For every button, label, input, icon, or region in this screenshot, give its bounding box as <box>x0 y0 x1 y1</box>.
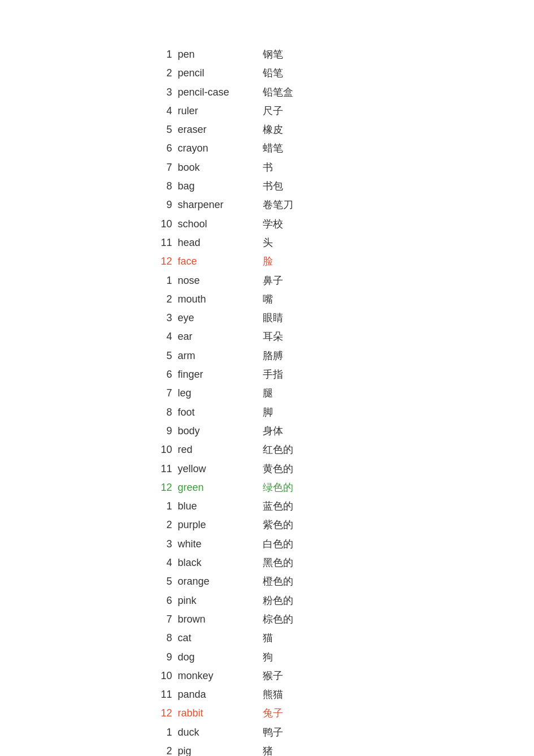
item-english: mouth <box>172 290 263 309</box>
list-item: 7book书 <box>154 158 380 177</box>
item-number: 2 <box>154 516 172 534</box>
item-english: purple <box>172 516 263 534</box>
item-number: 10 <box>154 215 172 234</box>
list-item: 12rabbit兔子 <box>154 704 380 723</box>
list-item: 2pencil铅笔 <box>154 64 380 83</box>
item-number: 1 <box>154 497 172 516</box>
item-english: pink <box>172 591 263 610</box>
item-chinese: 手指 <box>263 365 283 384</box>
item-chinese: 粉色的 <box>263 591 293 610</box>
item-english: yellow <box>172 460 263 478</box>
list-item: 9dog狗 <box>154 648 380 667</box>
list-item: 5eraser橡皮 <box>154 120 380 139</box>
list-item: 9sharpener卷笔刀 <box>154 196 380 214</box>
item-chinese: 熊猫 <box>263 685 283 704</box>
item-chinese: 蓝色的 <box>263 497 293 516</box>
list-item: 11head头 <box>154 234 380 252</box>
list-item: 9body身体 <box>154 422 380 440</box>
item-number: 2 <box>154 742 172 756</box>
item-chinese: 蜡笔 <box>263 139 283 158</box>
item-number: 8 <box>154 403 172 422</box>
item-english: head <box>172 234 263 252</box>
page: 1pen钢笔2pencil铅笔3pencil-case铅笔盒4ruler尺子5e… <box>0 0 534 756</box>
item-english: green <box>172 478 263 497</box>
item-english: pen <box>172 45 263 64</box>
item-english: eraser <box>172 120 263 139</box>
item-number: 12 <box>154 252 172 271</box>
item-number: 5 <box>154 120 172 139</box>
item-chinese: 鼻子 <box>263 271 283 290</box>
item-number: 3 <box>154 309 172 327</box>
list-item: 12face脸 <box>154 252 380 271</box>
list-item: 1nose鼻子 <box>154 271 380 290</box>
item-number: 1 <box>154 723 172 742</box>
item-english: rabbit <box>172 704 263 723</box>
item-number: 7 <box>154 158 172 177</box>
item-chinese: 尺子 <box>263 102 283 120</box>
item-english: eye <box>172 309 263 327</box>
list-item: 2mouth嘴 <box>154 290 380 309</box>
item-number: 12 <box>154 704 172 723</box>
vocab-list: 1pen钢笔2pencil铅笔3pencil-case铅笔盒4ruler尺子5e… <box>154 45 380 756</box>
item-chinese: 橡皮 <box>263 120 283 139</box>
item-number: 9 <box>154 422 172 440</box>
item-chinese: 书 <box>263 158 273 177</box>
list-item: 1pen钢笔 <box>154 45 380 64</box>
item-number: 5 <box>154 572 172 591</box>
list-item: 2purple紫色的 <box>154 516 380 534</box>
list-item: 3white白色的 <box>154 535 380 554</box>
item-chinese: 铅笔 <box>263 64 283 83</box>
item-chinese: 绿色的 <box>263 478 293 497</box>
list-item: 10school学校 <box>154 215 380 234</box>
list-item: 1blue蓝色的 <box>154 497 380 516</box>
item-english: sharpener <box>172 196 263 214</box>
item-english: duck <box>172 723 263 742</box>
item-chinese: 腿 <box>263 384 273 403</box>
item-number: 6 <box>154 365 172 384</box>
item-number: 3 <box>154 535 172 554</box>
item-number: 12 <box>154 478 172 497</box>
item-number: 2 <box>154 290 172 309</box>
item-chinese: 眼睛 <box>263 309 283 327</box>
item-english: book <box>172 158 263 177</box>
item-english: face <box>172 252 263 271</box>
item-english: finger <box>172 365 263 384</box>
item-english: blue <box>172 497 263 516</box>
item-english: arm <box>172 347 263 365</box>
item-number: 11 <box>154 234 172 252</box>
list-item: 6pink粉色的 <box>154 591 380 610</box>
item-chinese: 棕色的 <box>263 610 293 629</box>
list-item: 5orange橙色的 <box>154 572 380 591</box>
item-number: 5 <box>154 347 172 365</box>
item-number: 1 <box>154 271 172 290</box>
item-english: crayon <box>172 139 263 158</box>
item-english: white <box>172 535 263 554</box>
item-number: 10 <box>154 440 172 459</box>
item-chinese: 白色的 <box>263 535 293 554</box>
list-item: 2pig猪 <box>154 742 380 756</box>
item-number: 6 <box>154 591 172 610</box>
item-english: ruler <box>172 102 263 120</box>
item-chinese: 红色的 <box>263 440 293 459</box>
item-number: 7 <box>154 384 172 403</box>
list-item: 4ruler尺子 <box>154 102 380 120</box>
item-number: 6 <box>154 139 172 158</box>
item-english: ear <box>172 327 263 346</box>
item-chinese: 卷笔刀 <box>263 196 293 214</box>
item-chinese: 紫色的 <box>263 516 293 534</box>
item-english: leg <box>172 384 263 403</box>
item-chinese: 橙色的 <box>263 572 293 591</box>
list-item: 6finger手指 <box>154 365 380 384</box>
item-number: 4 <box>154 102 172 120</box>
item-english: pencil <box>172 64 263 83</box>
item-english: panda <box>172 685 263 704</box>
item-english: nose <box>172 271 263 290</box>
item-number: 11 <box>154 685 172 704</box>
list-item: 8bag书包 <box>154 177 380 196</box>
item-english: bag <box>172 177 263 196</box>
item-english: school <box>172 215 263 234</box>
item-number: 10 <box>154 667 172 685</box>
list-item: 1duck鸭子 <box>154 723 380 742</box>
item-chinese: 兔子 <box>263 704 283 723</box>
item-english: dog <box>172 648 263 667</box>
